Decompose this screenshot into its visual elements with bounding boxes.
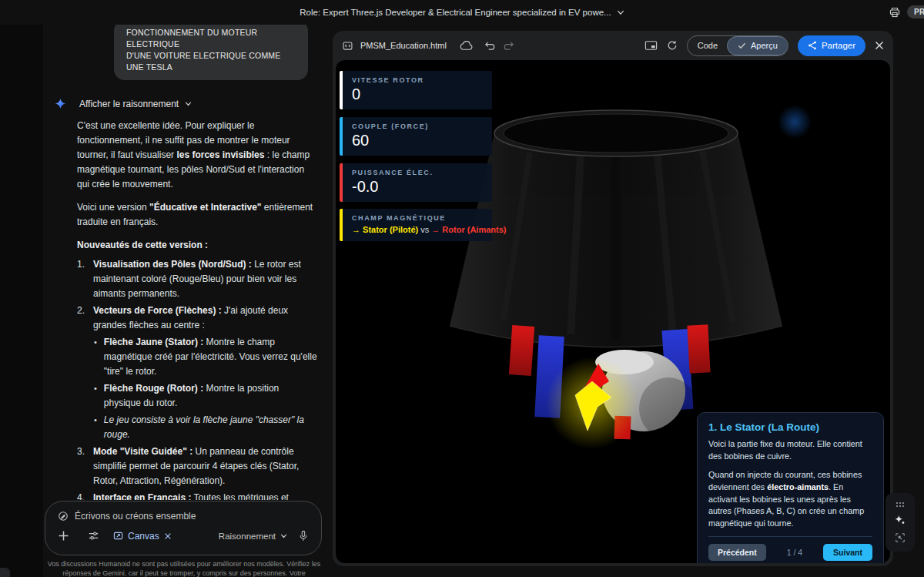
user-message-bubble: FONCTIONNEMENT DU MOTEUR ELECTRIQUE D'UN… <box>114 25 308 80</box>
next-step-button[interactable]: Suivant <box>823 544 872 561</box>
stat-label: VITESSE ROTOR <box>352 76 483 84</box>
code-file-icon <box>342 40 353 52</box>
assistant-message: C'est une excellente idée. Pour explique… <box>77 119 317 500</box>
stat-electric-power: PUISSANCE ÉLEC. -0.0 <box>340 163 492 202</box>
rotor-magnet-red-right <box>687 324 710 373</box>
share-button[interactable]: Partager <box>798 35 865 56</box>
stat-value: 60 <box>352 132 483 149</box>
tab-preview[interactable]: Aperçu <box>727 36 788 55</box>
stat-label: PUISSANCE ÉLEC. <box>352 169 483 176</box>
stat-label: COUPLE (FORCE) <box>352 122 483 130</box>
rotor-magnet-red-left <box>509 325 534 376</box>
share-icon <box>808 41 817 50</box>
legend-rotor: → Rotor (Aimants) <box>431 225 506 234</box>
code-preview-toggle: Code Aperçu <box>687 35 788 56</box>
canvas-header: PMSM_Education.html <box>333 31 893 60</box>
bottom-left-widget <box>0 568 10 577</box>
tune-icon[interactable] <box>88 530 99 542</box>
share-button-label: Partager <box>822 41 855 50</box>
list-item: 2. Vecteurs de Force (Flèches) : J'ai aj… <box>77 304 317 333</box>
app-root: { "topbar": { "title": "Role: Expert Thr… <box>0 0 924 577</box>
chevron-down-icon <box>617 10 624 15</box>
pip-icon[interactable] <box>644 40 658 51</box>
legend-stator: → Stator (Piloté) <box>352 225 418 234</box>
list-item: • Le jeu consiste à voir la flèche jaune… <box>94 413 317 442</box>
blue-highlight-glow <box>778 105 812 139</box>
disclaimer-text: Vos discussions Humanoid ne sont pas uti… <box>43 560 325 577</box>
canvas-chip-label: Canvas <box>128 531 159 542</box>
tutorial-title: 1. Le Stator (La Route) <box>708 421 872 433</box>
canvas-icon <box>113 531 123 541</box>
canvas-file-name[interactable]: PMSM_Education.html <box>360 41 447 50</box>
conversation-title-dropdown[interactable]: Role: Expert Three.js Developer & Electr… <box>300 8 624 17</box>
close-icon[interactable] <box>164 532 172 540</box>
user-message-line2: D'UNE VOITURE ELECTRIQUE COMME UNE TESLA <box>126 51 281 72</box>
drag-handle-icon[interactable] <box>896 502 905 508</box>
composer-placeholder[interactable]: Écrivons ou créons ensemble <box>75 511 196 522</box>
tutorial-paragraph: Quand on injecte du courant, ces bobines… <box>708 469 872 529</box>
plus-icon[interactable] <box>58 530 69 542</box>
canvas-chip[interactable]: Canvas <box>113 531 172 542</box>
paragraph: Voici une version "Éducative et Interact… <box>77 200 317 230</box>
tutorial-paragraph: Voici la partie fixe du moteur. Elle con… <box>708 438 872 462</box>
paragraph: C'est une excellente idée. Pour explique… <box>77 119 317 192</box>
print-icon[interactable] <box>889 6 901 18</box>
composer: Écrivons ou créons ensemble Canvas Raiso… <box>45 501 322 555</box>
canvas-panel: PMSM_Education.html <box>333 31 893 566</box>
numbered-list: 1. Visualisation des Pôles (Nord/Sud) : … <box>77 257 317 500</box>
stat-label: CHAMP MAGNÉTIQUE <box>352 214 483 222</box>
stat-torque: COUPLE (FORCE) 60 <box>340 117 492 156</box>
list-item: • Flèche Rouge (Rotor) : Montre la posit… <box>94 381 317 411</box>
list-item: • Flèche Jaune (Stator) : Montre le cham… <box>94 335 317 379</box>
list-item: 1. Visualisation des Pôles (Nord/Sud) : … <box>77 257 317 301</box>
reasoning-toggle[interactable]: Afficher le raisonnement <box>77 97 317 110</box>
canvas-edge-toolbar <box>886 493 915 552</box>
stat-value: -0.0 <box>352 178 483 196</box>
refresh-icon[interactable] <box>667 40 678 51</box>
reasoning-mode-selector[interactable]: Raisonnement <box>219 532 287 541</box>
field-legend: → Stator (Piloté) vs → Rotor (Aimants) <box>352 225 483 234</box>
gemini-sparkle-icon <box>54 97 67 110</box>
list-item: 4. Interface en Français : Toutes les mé… <box>77 491 317 500</box>
chevron-down-icon <box>280 534 287 538</box>
stat-rotor-speed: VITESSE ROTOR 0 <box>340 71 492 109</box>
tab-code[interactable]: Code <box>688 36 728 55</box>
undo-icon[interactable] <box>484 41 496 51</box>
divider <box>708 536 872 537</box>
reasoning-mode-label: Raisonnement <box>219 532 276 541</box>
reasoning-toggle-label: Afficher le raisonnement <box>79 99 179 109</box>
mic-icon[interactable] <box>298 530 309 542</box>
preview-viewport[interactable]: VITESSE ROTOR 0 COUPLE (FORCE) 60 PUISSA… <box>336 60 890 563</box>
bullet-sublist: • Flèche Jaune (Stator) : Montre le cham… <box>94 335 317 442</box>
close-canvas-icon[interactable] <box>875 41 884 50</box>
pro-badge[interactable]: PRO <box>907 5 924 18</box>
stat-value: 0 <box>352 86 483 103</box>
previous-step-button[interactable]: Précédent <box>708 544 766 561</box>
list-item: 3. Mode "Visite Guidée" : Un panneau de … <box>77 444 317 488</box>
check-icon <box>738 42 746 49</box>
cloud-save-icon[interactable] <box>460 41 473 51</box>
list-header: Nouveautés de cette version : <box>77 238 317 253</box>
redo-icon[interactable] <box>503 41 514 51</box>
ai-edit-sparkle-icon[interactable] <box>895 515 906 525</box>
chevron-down-icon <box>185 102 192 106</box>
stat-magnetic-field: CHAMP MAGNÉTIQUE → Stator (Piloté) vs → … <box>340 209 492 241</box>
chat-column: FONCTIONNEMENT DU MOTEUR ELECTRIQUE D'UN… <box>43 25 333 500</box>
topbar: Role: Expert Three.js Developer & Electr… <box>0 0 924 25</box>
user-message-line1: FONCTIONNEMENT DU MOTEUR ELECTRIQUE <box>126 28 257 49</box>
pen-circle-icon <box>58 511 69 522</box>
conversation-title: Role: Expert Three.js Developer & Electr… <box>300 8 611 17</box>
select-element-icon[interactable] <box>895 532 906 543</box>
sidebar-strip <box>0 0 43 577</box>
step-indicator: 1 / 4 <box>787 548 802 557</box>
tutorial-panel: 1. Le Stator (La Route) Voici la partie … <box>697 412 884 563</box>
